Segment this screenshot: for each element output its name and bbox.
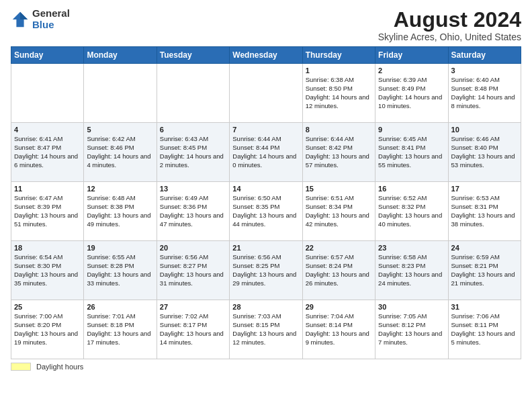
footer: Daylight hours	[11, 363, 521, 371]
day-number: 27	[160, 303, 226, 311]
calendar-week-row: 18Sunrise: 6:54 AMSunset: 8:30 PMDayligh…	[11, 241, 521, 300]
table-row: 2Sunrise: 6:39 AMSunset: 8:49 PMDaylight…	[375, 64, 448, 123]
day-number: 2	[378, 66, 445, 75]
table-row: 5Sunrise: 6:42 AMSunset: 8:46 PMDaylight…	[84, 123, 157, 182]
table-row: 23Sunrise: 6:58 AMSunset: 8:23 PMDayligh…	[375, 241, 448, 300]
table-row: 31Sunrise: 7:06 AMSunset: 8:11 PMDayligh…	[448, 300, 521, 359]
day-number: 15	[306, 185, 372, 193]
logo-text: General Blue	[32, 8, 70, 30]
day-number: 30	[378, 303, 445, 311]
calendar-week-row: 11Sunrise: 6:47 AMSunset: 8:39 PMDayligh…	[11, 182, 521, 241]
table-row: 3Sunrise: 6:40 AMSunset: 8:48 PMDaylight…	[448, 64, 521, 123]
day-info: Sunrise: 6:39 AMSunset: 8:49 PMDaylight:…	[378, 76, 445, 110]
day-info: Sunrise: 6:57 AMSunset: 8:24 PMDaylight:…	[306, 253, 372, 287]
logo-icon	[11, 10, 30, 29]
day-info: Sunrise: 6:58 AMSunset: 8:23 PMDaylight:…	[378, 253, 445, 287]
day-info: Sunrise: 6:44 AMSunset: 8:44 PMDaylight:…	[232, 135, 299, 169]
table-row: 19Sunrise: 6:55 AMSunset: 8:28 PMDayligh…	[84, 241, 157, 300]
logo-general: General	[32, 8, 70, 19]
table-row	[157, 64, 229, 123]
day-number: 12	[87, 185, 153, 193]
col-tuesday: Tuesday	[157, 47, 229, 64]
table-row: 25Sunrise: 7:00 AMSunset: 8:20 PMDayligh…	[11, 300, 84, 359]
day-info: Sunrise: 7:01 AMSunset: 8:18 PMDaylight:…	[87, 312, 153, 347]
day-number: 9	[378, 126, 445, 134]
table-row: 15Sunrise: 6:51 AMSunset: 8:34 PMDayligh…	[302, 182, 375, 241]
day-info: Sunrise: 6:54 AMSunset: 8:30 PMDaylight:…	[14, 253, 81, 287]
table-row: 28Sunrise: 7:03 AMSunset: 8:15 PMDayligh…	[230, 300, 302, 359]
calendar-week-row: 25Sunrise: 7:00 AMSunset: 8:20 PMDayligh…	[11, 300, 521, 359]
table-row: 8Sunrise: 6:44 AMSunset: 8:42 PMDaylight…	[302, 123, 375, 182]
day-info: Sunrise: 6:47 AMSunset: 8:39 PMDaylight:…	[14, 194, 81, 228]
svg-marker-1	[20, 11, 28, 19]
col-monday: Monday	[84, 47, 157, 64]
day-info: Sunrise: 6:45 AMSunset: 8:41 PMDaylight:…	[378, 135, 445, 169]
day-info: Sunrise: 6:43 AMSunset: 8:45 PMDaylight:…	[160, 135, 226, 169]
table-row: 11Sunrise: 6:47 AMSunset: 8:39 PMDayligh…	[11, 182, 84, 241]
table-row: 7Sunrise: 6:44 AMSunset: 8:44 PMDaylight…	[230, 123, 302, 182]
table-row: 29Sunrise: 7:04 AMSunset: 8:14 PMDayligh…	[302, 300, 375, 359]
day-number: 25	[14, 303, 81, 311]
calendar-week-row: 4Sunrise: 6:41 AMSunset: 8:47 PMDaylight…	[11, 123, 521, 182]
day-info: Sunrise: 7:05 AMSunset: 8:12 PMDaylight:…	[378, 312, 445, 347]
col-wednesday: Wednesday	[230, 47, 302, 64]
day-number: 11	[14, 185, 81, 193]
day-info: Sunrise: 6:40 AMSunset: 8:48 PMDaylight:…	[451, 76, 518, 110]
table-row: 20Sunrise: 6:56 AMSunset: 8:27 PMDayligh…	[157, 241, 229, 300]
day-number: 7	[232, 126, 299, 134]
calendar-header-row: Sunday Monday Tuesday Wednesday Thursday…	[11, 47, 521, 64]
day-number: 31	[451, 303, 518, 311]
col-sunday: Sunday	[11, 47, 84, 64]
legend-box	[11, 363, 31, 371]
day-info: Sunrise: 7:02 AMSunset: 8:17 PMDaylight:…	[160, 312, 226, 347]
header: General Blue August 2024 Skyline Acres, …	[11, 8, 521, 42]
day-number: 21	[232, 244, 299, 252]
table-row: 21Sunrise: 6:56 AMSunset: 8:25 PMDayligh…	[230, 241, 302, 300]
day-number: 1	[306, 66, 372, 75]
table-row: 30Sunrise: 7:05 AMSunset: 8:12 PMDayligh…	[375, 300, 448, 359]
table-row: 26Sunrise: 7:01 AMSunset: 8:18 PMDayligh…	[84, 300, 157, 359]
day-info: Sunrise: 6:59 AMSunset: 8:21 PMDaylight:…	[451, 253, 518, 287]
table-row: 6Sunrise: 6:43 AMSunset: 8:45 PMDaylight…	[157, 123, 229, 182]
title-block: August 2024 Skyline Acres, Ohio, United …	[378, 8, 521, 42]
calendar: Sunday Monday Tuesday Wednesday Thursday…	[11, 46, 521, 359]
day-info: Sunrise: 6:55 AMSunset: 8:28 PMDaylight:…	[87, 253, 153, 287]
col-saturday: Saturday	[448, 47, 521, 64]
table-row: 18Sunrise: 6:54 AMSunset: 8:30 PMDayligh…	[11, 241, 84, 300]
table-row: 22Sunrise: 6:57 AMSunset: 8:24 PMDayligh…	[302, 241, 375, 300]
table-row: 1Sunrise: 6:38 AMSunset: 8:50 PMDaylight…	[302, 64, 375, 123]
table-row: 9Sunrise: 6:45 AMSunset: 8:41 PMDaylight…	[375, 123, 448, 182]
day-info: Sunrise: 6:53 AMSunset: 8:31 PMDaylight:…	[451, 194, 518, 228]
day-info: Sunrise: 6:44 AMSunset: 8:42 PMDaylight:…	[306, 135, 372, 169]
day-number: 14	[232, 185, 299, 193]
day-info: Sunrise: 7:03 AMSunset: 8:15 PMDaylight:…	[232, 312, 299, 347]
day-number: 18	[14, 244, 81, 252]
page: General Blue August 2024 Skyline Acres, …	[0, 0, 532, 411]
day-info: Sunrise: 6:56 AMSunset: 8:27 PMDaylight:…	[160, 253, 226, 287]
col-friday: Friday	[375, 47, 448, 64]
table-row: 24Sunrise: 6:59 AMSunset: 8:21 PMDayligh…	[448, 241, 521, 300]
day-info: Sunrise: 6:52 AMSunset: 8:32 PMDaylight:…	[378, 194, 445, 228]
day-number: 26	[87, 303, 153, 311]
legend-label: Daylight hours	[36, 363, 83, 371]
table-row: 27Sunrise: 7:02 AMSunset: 8:17 PMDayligh…	[157, 300, 229, 359]
day-number: 22	[306, 244, 372, 252]
day-info: Sunrise: 6:51 AMSunset: 8:34 PMDaylight:…	[306, 194, 372, 228]
table-row	[230, 64, 302, 123]
day-info: Sunrise: 6:48 AMSunset: 8:38 PMDaylight:…	[87, 194, 153, 228]
day-number: 17	[451, 185, 518, 193]
main-title: August 2024	[378, 8, 521, 32]
day-number: 19	[87, 244, 153, 252]
table-row: 17Sunrise: 6:53 AMSunset: 8:31 PMDayligh…	[448, 182, 521, 241]
day-info: Sunrise: 6:49 AMSunset: 8:36 PMDaylight:…	[160, 194, 226, 228]
day-number: 5	[87, 126, 153, 134]
day-number: 8	[306, 126, 372, 134]
logo-blue: Blue	[32, 19, 70, 31]
day-info: Sunrise: 6:41 AMSunset: 8:47 PMDaylight:…	[14, 135, 81, 169]
table-row	[84, 64, 157, 123]
col-thursday: Thursday	[302, 47, 375, 64]
day-number: 24	[451, 244, 518, 252]
day-number: 3	[451, 66, 518, 75]
table-row: 14Sunrise: 6:50 AMSunset: 8:35 PMDayligh…	[230, 182, 302, 241]
table-row: 12Sunrise: 6:48 AMSunset: 8:38 PMDayligh…	[84, 182, 157, 241]
